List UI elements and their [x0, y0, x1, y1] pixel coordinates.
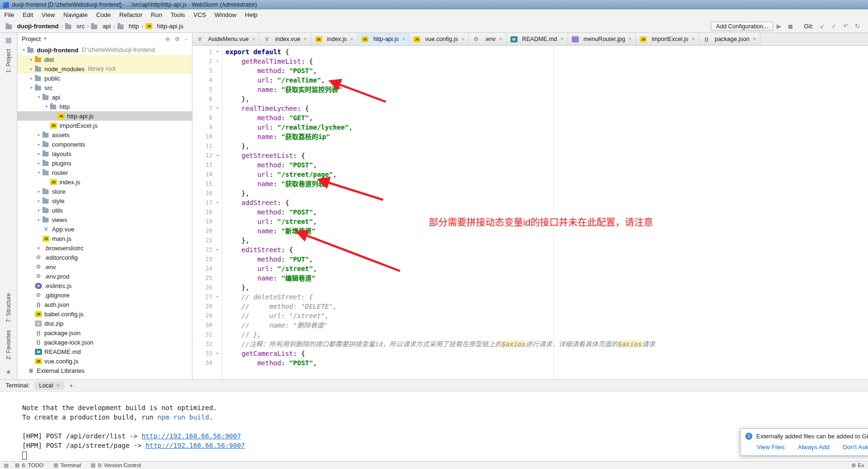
menu-item-edit[interactable]: Edit	[18, 10, 37, 19]
editor-tab[interactable]: ⚙.env×	[469, 33, 507, 45]
breadcrumb-item[interactable]: src	[64, 23, 85, 30]
close-icon[interactable]: ×	[499, 36, 502, 42]
tree-item[interactable]: {}package-lock.json	[17, 337, 192, 347]
tree-item[interactable]: ▸public	[17, 74, 192, 83]
code-line[interactable]: 34 method: "POST",	[192, 358, 868, 368]
chevron-down-icon[interactable]: ▾	[28, 85, 35, 90]
tree-item[interactable]: JSmain.js	[17, 234, 192, 243]
code-line[interactable]: 7− realTimeLychee: {	[192, 104, 868, 113]
tree-item[interactable]: Zdist.zip	[17, 319, 192, 328]
code-line[interactable]: 13 method: "POST",	[192, 160, 868, 170]
fold-icon[interactable]: −	[213, 198, 222, 207]
editor-tab[interactable]: VAsideMenu.vue×	[192, 33, 259, 45]
fold-icon[interactable]: −	[213, 151, 222, 160]
tree-item[interactable]: ▾api	[17, 92, 192, 102]
chevron-down-icon[interactable]: ▼	[43, 36, 47, 41]
run-icon[interactable]: ▶	[776, 23, 781, 30]
menu-item-vcs[interactable]: VCS	[189, 10, 210, 19]
menu-item-run[interactable]: Run	[147, 10, 167, 19]
code-line[interactable]: 16 },	[192, 189, 868, 198]
menu-item-refactor[interactable]: Refactor	[115, 10, 147, 19]
stripe-project-label[interactable]: 1: Project	[5, 49, 12, 73]
locate-icon[interactable]: ⊕	[165, 36, 170, 42]
menu-item-view[interactable]: View	[37, 10, 59, 19]
editor-tab[interactable]: JSvue.config.js×	[409, 33, 469, 45]
breadcrumb-item[interactable]: JShttp-api.js	[144, 23, 184, 30]
status-item-6-todo[interactable]: 6: TODO	[15, 462, 43, 468]
tree-item[interactable]: ⚙.editorconfig	[17, 253, 192, 262]
tree-item[interactable]: VApp.vue	[17, 224, 192, 234]
history-icon[interactable]: ↻	[855, 23, 860, 30]
stripe-favorites-label[interactable]: 2: Favorites	[5, 330, 12, 360]
close-icon[interactable]: ×	[560, 36, 564, 42]
chevron-down-icon[interactable]: ▾	[35, 170, 42, 175]
chevron-down-icon[interactable]: ▾	[35, 95, 42, 99]
tree-item[interactable]: ▾http	[17, 102, 192, 111]
menu-item-file[interactable]: File	[0, 10, 18, 19]
code-line[interactable]: 24 url: "/street",	[192, 264, 868, 273]
terminal-tab-local[interactable]: Local ×	[34, 381, 65, 390]
code-line[interactable]: 8 method: "GET",	[192, 113, 868, 123]
chevron-down-icon[interactable]: ▾	[20, 48, 27, 52]
notification-link-view-files[interactable]: View Files	[757, 444, 785, 451]
menu-item-help[interactable]: Help	[241, 10, 262, 19]
tree-item[interactable]: {}auth.json	[17, 300, 192, 309]
code-line[interactable]: 21 },	[192, 236, 868, 245]
fold-icon[interactable]: −	[213, 245, 222, 255]
close-icon[interactable]: ×	[350, 36, 353, 42]
tree-item[interactable]: ▸plugins	[17, 158, 192, 168]
tree-item[interactable]: ▸style	[17, 196, 192, 206]
code-line[interactable]: 6 },	[192, 94, 868, 104]
close-icon[interactable]: ×	[252, 36, 255, 42]
code-line[interactable]: 23 method: "PUT",	[192, 255, 868, 264]
chevron-right-icon[interactable]: ▸	[35, 208, 42, 213]
menu-item-code[interactable]: Code	[92, 10, 115, 19]
build-icon[interactable]: ◼	[788, 23, 793, 30]
code-line[interactable]: 5 name: "获取实时监控列表"	[192, 85, 868, 94]
code-line[interactable]: 17− addStreet: {	[192, 198, 868, 207]
terminal-link[interactable]: http://192.168.66.56:9007	[142, 432, 241, 440]
close-icon[interactable]: ×	[628, 36, 632, 42]
code-line[interactable]: 28 // method: "DELETE",	[192, 302, 868, 311]
code-line[interactable]: 14 url: "/street/page",	[192, 170, 868, 179]
tree-item[interactable]: ≣External Libraries	[17, 366, 192, 375]
chevron-right-icon[interactable]: ▸	[28, 66, 35, 71]
chevron-right-icon[interactable]: ▸	[35, 189, 42, 194]
code-line[interactable]: 27− // deleteStreet: {	[192, 292, 868, 302]
code-line[interactable]: 33− getCameraList: {	[192, 349, 868, 358]
chevron-down-icon[interactable]: ▾	[43, 104, 50, 109]
close-icon[interactable]: ×	[304, 36, 307, 42]
hide-icon[interactable]: −	[184, 36, 188, 42]
chevron-right-icon[interactable]: ▸	[35, 142, 42, 147]
status-item-9-version-control[interactable]: 9: Version Control	[91, 462, 141, 468]
tree-item[interactable]: JSvue.config.js	[17, 356, 192, 366]
code-line[interactable]: 25 name: "编辑巷道"	[192, 273, 868, 283]
chevron-right-icon[interactable]: ▸	[35, 132, 42, 137]
tree-item[interactable]: ▸views	[17, 215, 192, 224]
tree-item[interactable]: ▸utils	[17, 206, 192, 215]
editor-tab[interactable]: MREADME.md×	[507, 33, 568, 45]
code-line[interactable]: 12− getStreetList: {	[192, 151, 868, 160]
tree-item[interactable]: ▸node_moduleslibrary root	[17, 64, 192, 74]
tree-item[interactable]: ▸dist	[17, 55, 192, 64]
tree-item[interactable]: e.eslintrc.js	[17, 281, 192, 290]
tree-item[interactable]: MREADME.md	[17, 347, 192, 356]
close-icon[interactable]: ×	[692, 36, 695, 42]
chevron-right-icon[interactable]: ▸	[35, 151, 42, 156]
menu-item-tools[interactable]: Tools	[167, 10, 189, 19]
tree-item[interactable]: JSimportExcel.js	[17, 121, 192, 130]
editor-tab[interactable]: menuRouter.jpg×	[568, 33, 636, 45]
chevron-right-icon[interactable]: ▸	[35, 198, 42, 203]
notification-link-always-add[interactable]: Always Add	[798, 444, 829, 451]
code-line[interactable]: 11 },	[192, 141, 868, 151]
editor-tab[interactable]: Vindex.vue×	[259, 33, 311, 45]
star-icon[interactable]: ★	[6, 368, 12, 376]
fold-icon[interactable]: −	[213, 292, 222, 302]
code-line[interactable]: 9 url: "/realTime/lychee",	[192, 123, 868, 132]
close-icon[interactable]: ×	[57, 382, 60, 389]
tree-item[interactable]: JShttp-api.js	[17, 111, 192, 121]
fold-icon[interactable]: −	[213, 104, 222, 113]
event-log-item[interactable]: Ev	[851, 462, 864, 468]
new-terminal-icon[interactable]: +	[69, 382, 73, 389]
tree-item[interactable]: JSindex.js	[17, 177, 192, 187]
